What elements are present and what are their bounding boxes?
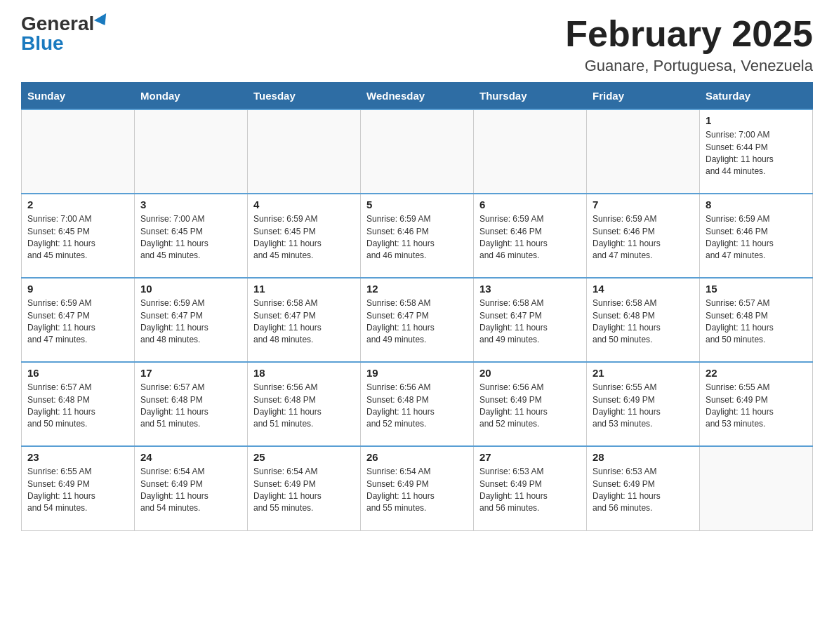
day-number: 6 bbox=[479, 199, 581, 210]
day-number: 8 bbox=[706, 199, 807, 210]
day-info: Sunrise: 6:57 AM Sunset: 6:48 PM Dayligh… bbox=[706, 297, 807, 347]
day-info: Sunrise: 6:58 AM Sunset: 6:47 PM Dayligh… bbox=[253, 297, 355, 347]
day-info: Sunrise: 6:59 AM Sunset: 6:47 PM Dayligh… bbox=[27, 297, 128, 347]
calendar-cell: 9Sunrise: 6:59 AM Sunset: 6:47 PM Daylig… bbox=[22, 278, 135, 362]
day-number: 18 bbox=[253, 367, 355, 379]
page-header: General Blue February 2025 Guanare, Port… bbox=[21, 14, 813, 75]
calendar-cell: 20Sunrise: 6:56 AM Sunset: 6:49 PM Dayli… bbox=[474, 362, 587, 446]
month-title: February 2025 bbox=[565, 14, 813, 54]
day-info: Sunrise: 6:54 AM Sunset: 6:49 PM Dayligh… bbox=[366, 466, 468, 515]
calendar-cell: 14Sunrise: 6:58 AM Sunset: 6:48 PM Dayli… bbox=[587, 278, 700, 362]
day-info: Sunrise: 6:58 AM Sunset: 6:47 PM Dayligh… bbox=[366, 297, 468, 347]
day-info: Sunrise: 6:55 AM Sunset: 6:49 PM Dayligh… bbox=[593, 382, 694, 431]
day-info: Sunrise: 6:54 AM Sunset: 6:49 PM Dayligh… bbox=[140, 466, 241, 515]
day-info: Sunrise: 6:58 AM Sunset: 6:48 PM Dayligh… bbox=[593, 297, 694, 347]
day-number: 27 bbox=[479, 451, 581, 463]
calendar-cell: 23Sunrise: 6:55 AM Sunset: 6:49 PM Dayli… bbox=[22, 446, 135, 530]
calendar-cell: 5Sunrise: 6:59 AM Sunset: 6:46 PM Daylig… bbox=[361, 194, 474, 278]
day-number: 1 bbox=[706, 114, 807, 126]
calendar-cell: 26Sunrise: 6:54 AM Sunset: 6:49 PM Dayli… bbox=[361, 446, 474, 530]
calendar-cell: 12Sunrise: 6:58 AM Sunset: 6:47 PM Dayli… bbox=[361, 278, 474, 362]
calendar-cell bbox=[22, 109, 135, 194]
weekday-header-friday: Friday bbox=[587, 83, 700, 110]
day-number: 7 bbox=[593, 199, 694, 210]
calendar-cell: 21Sunrise: 6:55 AM Sunset: 6:49 PM Dayli… bbox=[587, 362, 700, 446]
day-info: Sunrise: 6:57 AM Sunset: 6:48 PM Dayligh… bbox=[27, 382, 128, 431]
day-number: 3 bbox=[140, 199, 241, 210]
calendar-week-row: 23Sunrise: 6:55 AM Sunset: 6:49 PM Dayli… bbox=[22, 446, 813, 530]
weekday-header-wednesday: Wednesday bbox=[361, 83, 474, 110]
calendar-cell: 27Sunrise: 6:53 AM Sunset: 6:49 PM Dayli… bbox=[474, 446, 587, 530]
logo-general-text: General bbox=[21, 14, 94, 34]
day-number: 11 bbox=[253, 283, 355, 295]
calendar-week-row: 1Sunrise: 7:00 AM Sunset: 6:44 PM Daylig… bbox=[22, 109, 813, 194]
calendar-cell: 18Sunrise: 6:56 AM Sunset: 6:48 PM Dayli… bbox=[248, 362, 361, 446]
weekday-header-sunday: Sunday bbox=[22, 83, 135, 110]
day-number: 17 bbox=[140, 367, 241, 379]
day-info: Sunrise: 6:54 AM Sunset: 6:49 PM Dayligh… bbox=[253, 466, 355, 515]
calendar-cell: 4Sunrise: 6:59 AM Sunset: 6:45 PM Daylig… bbox=[248, 194, 361, 278]
calendar-cell bbox=[361, 109, 474, 194]
weekday-header-monday: Monday bbox=[135, 83, 248, 110]
day-number: 9 bbox=[27, 283, 128, 295]
day-number: 10 bbox=[140, 283, 241, 295]
day-info: Sunrise: 6:59 AM Sunset: 6:46 PM Dayligh… bbox=[593, 213, 694, 262]
day-info: Sunrise: 6:56 AM Sunset: 6:49 PM Dayligh… bbox=[479, 382, 581, 431]
calendar-cell: 1Sunrise: 7:00 AM Sunset: 6:44 PM Daylig… bbox=[700, 109, 813, 194]
calendar-body: 1Sunrise: 7:00 AM Sunset: 6:44 PM Daylig… bbox=[22, 109, 813, 530]
day-info: Sunrise: 6:55 AM Sunset: 6:49 PM Dayligh… bbox=[27, 466, 128, 515]
calendar-cell: 24Sunrise: 6:54 AM Sunset: 6:49 PM Dayli… bbox=[135, 446, 248, 530]
day-number: 23 bbox=[27, 451, 128, 463]
calendar-cell: 28Sunrise: 6:53 AM Sunset: 6:49 PM Dayli… bbox=[587, 446, 700, 530]
calendar-week-row: 9Sunrise: 6:59 AM Sunset: 6:47 PM Daylig… bbox=[22, 278, 813, 362]
day-number: 15 bbox=[706, 283, 807, 295]
day-number: 25 bbox=[253, 451, 355, 463]
calendar-cell: 10Sunrise: 6:59 AM Sunset: 6:47 PM Dayli… bbox=[135, 278, 248, 362]
calendar-cell bbox=[135, 109, 248, 194]
calendar-cell: 13Sunrise: 6:58 AM Sunset: 6:47 PM Dayli… bbox=[474, 278, 587, 362]
title-section: February 2025 Guanare, Portuguesa, Venez… bbox=[565, 14, 813, 75]
calendar-cell: 6Sunrise: 6:59 AM Sunset: 6:46 PM Daylig… bbox=[474, 194, 587, 278]
calendar-cell: 19Sunrise: 6:56 AM Sunset: 6:48 PM Dayli… bbox=[361, 362, 474, 446]
calendar-cell: 7Sunrise: 6:59 AM Sunset: 6:46 PM Daylig… bbox=[587, 194, 700, 278]
day-number: 16 bbox=[27, 367, 128, 379]
day-info: Sunrise: 7:00 AM Sunset: 6:45 PM Dayligh… bbox=[27, 213, 128, 262]
weekday-header-saturday: Saturday bbox=[700, 83, 813, 110]
calendar-cell bbox=[700, 446, 813, 530]
calendar-cell: 17Sunrise: 6:57 AM Sunset: 6:48 PM Dayli… bbox=[135, 362, 248, 446]
calendar-cell: 22Sunrise: 6:55 AM Sunset: 6:49 PM Dayli… bbox=[700, 362, 813, 446]
weekday-header-tuesday: Tuesday bbox=[248, 83, 361, 110]
calendar-cell: 16Sunrise: 6:57 AM Sunset: 6:48 PM Dayli… bbox=[22, 362, 135, 446]
calendar-cell bbox=[474, 109, 587, 194]
logo-triangle-icon bbox=[94, 13, 111, 29]
calendar-week-row: 2Sunrise: 7:00 AM Sunset: 6:45 PM Daylig… bbox=[22, 194, 813, 278]
day-number: 4 bbox=[253, 199, 355, 210]
day-info: Sunrise: 7:00 AM Sunset: 6:45 PM Dayligh… bbox=[140, 213, 241, 262]
calendar-cell bbox=[248, 109, 361, 194]
calendar-cell: 15Sunrise: 6:57 AM Sunset: 6:48 PM Dayli… bbox=[700, 278, 813, 362]
day-number: 19 bbox=[366, 367, 468, 379]
day-info: Sunrise: 7:00 AM Sunset: 6:44 PM Dayligh… bbox=[706, 129, 807, 178]
day-number: 21 bbox=[593, 367, 694, 379]
day-info: Sunrise: 6:55 AM Sunset: 6:49 PM Dayligh… bbox=[706, 382, 807, 431]
day-info: Sunrise: 6:58 AM Sunset: 6:47 PM Dayligh… bbox=[479, 297, 581, 347]
day-number: 26 bbox=[366, 451, 468, 463]
day-info: Sunrise: 6:53 AM Sunset: 6:49 PM Dayligh… bbox=[479, 466, 581, 515]
day-number: 12 bbox=[366, 283, 468, 295]
day-info: Sunrise: 6:59 AM Sunset: 6:46 PM Dayligh… bbox=[479, 213, 581, 262]
calendar-week-row: 16Sunrise: 6:57 AM Sunset: 6:48 PM Dayli… bbox=[22, 362, 813, 446]
day-info: Sunrise: 6:59 AM Sunset: 6:46 PM Dayligh… bbox=[706, 213, 807, 262]
day-info: Sunrise: 6:59 AM Sunset: 6:46 PM Dayligh… bbox=[366, 213, 468, 262]
day-number: 22 bbox=[706, 367, 807, 379]
calendar-cell: 3Sunrise: 7:00 AM Sunset: 6:45 PM Daylig… bbox=[135, 194, 248, 278]
weekday-header-thursday: Thursday bbox=[474, 83, 587, 110]
calendar-table: SundayMondayTuesdayWednesdayThursdayFrid… bbox=[21, 82, 813, 531]
logo: General Blue bbox=[21, 14, 110, 53]
day-number: 20 bbox=[479, 367, 581, 379]
calendar-cell: 2Sunrise: 7:00 AM Sunset: 6:45 PM Daylig… bbox=[22, 194, 135, 278]
day-info: Sunrise: 6:59 AM Sunset: 6:47 PM Dayligh… bbox=[140, 297, 241, 347]
calendar-cell: 8Sunrise: 6:59 AM Sunset: 6:46 PM Daylig… bbox=[700, 194, 813, 278]
logo-blue-text: Blue bbox=[21, 34, 64, 53]
day-number: 5 bbox=[366, 199, 468, 210]
weekday-header-row: SundayMondayTuesdayWednesdayThursdayFrid… bbox=[22, 83, 813, 110]
